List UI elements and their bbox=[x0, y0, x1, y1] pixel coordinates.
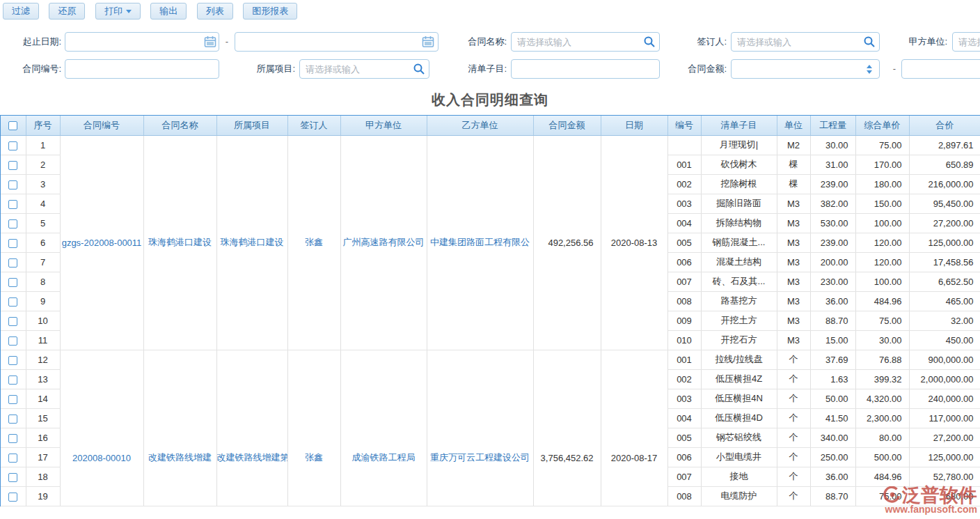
header-amount: 合同金额 bbox=[533, 116, 601, 135]
row-checkbox[interactable] bbox=[8, 219, 17, 228]
cell-seq: 18 bbox=[26, 467, 60, 486]
cell-list-item: 钢筋混凝土... bbox=[701, 233, 777, 252]
print-button[interactable]: 打印 bbox=[95, 3, 141, 20]
cell-unit-price: 484.96 bbox=[855, 291, 909, 311]
cell-date-text: 2020-08-17 bbox=[611, 453, 658, 463]
cell-list-item: 接地 bbox=[701, 467, 777, 486]
cell-list-item: 混凝土结构 bbox=[701, 252, 777, 272]
cell-date-text: 2020-08-13 bbox=[611, 238, 658, 248]
cell-unit: 个 bbox=[777, 350, 810, 369]
row-checkbox[interactable] bbox=[8, 375, 17, 385]
cell-qty: 30.00 bbox=[810, 135, 855, 155]
row-checkbox[interactable] bbox=[8, 434, 17, 443]
header-total: 合价 bbox=[909, 116, 980, 135]
table-row: 1gzgs-202008-00011珠海鹤港口建设珠海鹤港口建设张鑫广州高速路有… bbox=[1, 135, 980, 155]
chart-report-button[interactable]: 图形报表 bbox=[243, 3, 297, 20]
cell-seq: 9 bbox=[26, 291, 60, 311]
select-all-checkbox[interactable] bbox=[8, 121, 17, 130]
calendar-icon[interactable] bbox=[422, 36, 434, 48]
cell-seq: 14 bbox=[26, 389, 60, 408]
cell-total: 2,000,000.00 bbox=[909, 369, 980, 389]
filter-button-label: 过滤 bbox=[12, 5, 30, 17]
cell-qty: 340.00 bbox=[810, 428, 855, 447]
row-checkbox[interactable] bbox=[8, 317, 17, 326]
cell-unit: M2 bbox=[777, 135, 810, 155]
cell-seq: 2 bbox=[26, 155, 60, 174]
cell-qty: 239.00 bbox=[810, 174, 855, 194]
row-checkbox[interactable] bbox=[8, 297, 17, 307]
search-icon[interactable] bbox=[863, 36, 876, 48]
row-checkbox[interactable] bbox=[8, 141, 17, 150]
cell-code: 006 bbox=[667, 447, 701, 467]
calendar-icon[interactable] bbox=[204, 36, 216, 48]
cell-qty: 15.00 bbox=[810, 330, 855, 350]
export-button-label: 输出 bbox=[159, 5, 177, 17]
row-checkbox[interactable] bbox=[8, 473, 17, 482]
row-checkbox[interactable] bbox=[8, 415, 17, 424]
cell-list-item: 月理现切| bbox=[701, 135, 777, 155]
page: 过滤 还原 打印 输出 列表 图形报表 起止日期: - 合同名称: 签订人: 甲… bbox=[0, 0, 980, 519]
cell-unit: M3 bbox=[777, 272, 810, 291]
cell-project-text: 改建铁路线增建第 bbox=[217, 452, 288, 463]
cell-project: 改建铁路线增建第 bbox=[216, 350, 287, 506]
cell-contract-no-text: 202008-00010 bbox=[72, 453, 131, 463]
cell-code: 004 bbox=[667, 408, 701, 428]
amount-stepper[interactable] bbox=[865, 61, 874, 77]
filter-button[interactable]: 过滤 bbox=[3, 3, 39, 20]
row-checkbox[interactable] bbox=[8, 180, 17, 189]
table-body: 1gzgs-202008-00011珠海鹤港口建设珠海鹤港口建设张鑫广州高速路有… bbox=[1, 135, 980, 506]
cell-code: 007 bbox=[667, 272, 701, 291]
chart-report-button-label: 图形报表 bbox=[252, 5, 288, 17]
row-checkbox[interactable] bbox=[8, 258, 17, 268]
header-select-all bbox=[1, 116, 26, 135]
header-unit: 单位 bbox=[777, 116, 810, 135]
party-a-input[interactable] bbox=[952, 32, 980, 52]
cell-select bbox=[1, 272, 26, 291]
cell-unit: 棵 bbox=[777, 174, 810, 194]
date-range-separator: - bbox=[223, 32, 230, 52]
list-item-input[interactable] bbox=[511, 59, 660, 79]
amount-min-input[interactable] bbox=[731, 59, 880, 79]
date-start-input[interactable] bbox=[65, 32, 219, 52]
cell-total: 27,200.00 bbox=[909, 428, 980, 447]
contract-name-input[interactable] bbox=[511, 32, 660, 52]
header-contract-name: 合同名称 bbox=[143, 116, 216, 135]
stepper-down-icon[interactable] bbox=[867, 70, 872, 74]
cell-seq: 19 bbox=[26, 486, 60, 506]
cell-unit: 个 bbox=[777, 369, 810, 389]
row-checkbox[interactable] bbox=[8, 356, 17, 365]
contract-no-input[interactable] bbox=[65, 59, 219, 79]
row-checkbox[interactable] bbox=[8, 200, 17, 209]
cell-contract-no[interactable]: 202008-00010 bbox=[60, 350, 143, 506]
cell-contract-name: 改建铁路线增建 bbox=[143, 350, 216, 506]
cell-select bbox=[1, 447, 26, 467]
row-checkbox[interactable] bbox=[8, 278, 17, 287]
cell-unit-price: 484.96 bbox=[855, 467, 909, 486]
cell-code bbox=[667, 135, 701, 155]
cell-qty: 239.00 bbox=[810, 233, 855, 252]
cell-unit: M3 bbox=[777, 252, 810, 272]
cell-qty: 37.69 bbox=[810, 350, 855, 369]
search-icon[interactable] bbox=[413, 63, 425, 75]
signer-input[interactable] bbox=[731, 32, 880, 52]
list-button[interactable]: 列表 bbox=[197, 3, 233, 20]
project-input[interactable] bbox=[299, 59, 429, 79]
cell-select bbox=[1, 155, 26, 174]
row-checkbox[interactable] bbox=[8, 493, 17, 502]
amount-max-input[interactable] bbox=[901, 59, 980, 79]
export-button[interactable]: 输出 bbox=[150, 3, 187, 20]
row-checkbox[interactable] bbox=[8, 336, 17, 346]
row-checkbox[interactable] bbox=[8, 161, 17, 170]
cell-qty: 36.00 bbox=[810, 467, 855, 486]
cell-total: 650.89 bbox=[909, 155, 980, 174]
row-checkbox[interactable] bbox=[8, 395, 17, 404]
row-checkbox[interactable] bbox=[8, 239, 17, 248]
cell-seq: 10 bbox=[26, 311, 60, 330]
cell-unit: 个 bbox=[777, 408, 810, 428]
date-end-input[interactable] bbox=[235, 32, 438, 52]
search-icon[interactable] bbox=[643, 36, 656, 48]
row-checkbox[interactable] bbox=[8, 454, 17, 463]
cell-contract-no[interactable]: gzgs-202008-00011 bbox=[60, 135, 143, 350]
restore-button[interactable]: 还原 bbox=[49, 3, 85, 20]
stepper-up-icon[interactable] bbox=[867, 65, 872, 68]
